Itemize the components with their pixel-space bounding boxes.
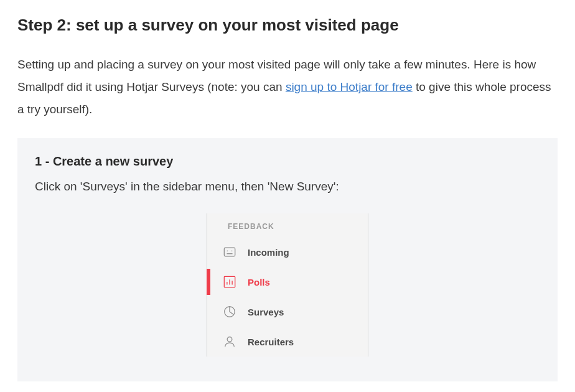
instruction-box: 1 - Create a new survey Click on 'Survey…	[17, 138, 558, 381]
sidebar-demo: FEEDBACK Incoming Polls Surveys Recruite…	[207, 213, 368, 357]
substep-text: Click on 'Surveys' in the sidebar menu, …	[35, 180, 540, 194]
step-heading: Step 2: set up a survey on your most vis…	[17, 15, 558, 36]
sidebar-section-label: FEEDBACK	[207, 213, 368, 237]
signup-link[interactable]: sign up to Hotjar for free	[286, 80, 413, 93]
sidebar-item-label: Polls	[248, 277, 270, 287]
svg-point-2	[231, 251, 232, 251]
user-icon	[223, 335, 236, 348]
sidebar-item-label: Incoming	[248, 247, 289, 258]
svg-point-1	[227, 251, 228, 251]
bar-chart-icon	[223, 275, 236, 289]
substep-heading: 1 - Create a new survey	[35, 154, 540, 169]
pie-chart-icon	[223, 305, 236, 319]
sidebar-item-recruiters[interactable]: Recruiters	[207, 327, 368, 357]
intro-paragraph: Setting up and placing a survey on your …	[17, 54, 558, 121]
sidebar-item-incoming[interactable]: Incoming	[207, 237, 368, 267]
svg-point-8	[227, 337, 232, 342]
inbox-icon	[223, 245, 236, 259]
sidebar-item-surveys[interactable]: Surveys	[207, 297, 368, 327]
sidebar-item-polls[interactable]: Polls	[207, 267, 368, 297]
svg-rect-0	[224, 248, 235, 256]
sidebar-item-label: Surveys	[248, 307, 284, 317]
sidebar-item-label: Recruiters	[248, 337, 294, 347]
